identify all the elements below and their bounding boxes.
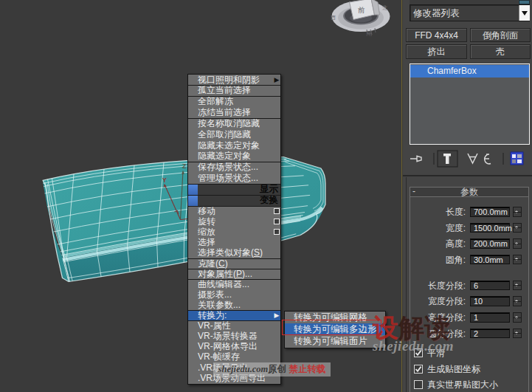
svg-text:Z: Z — [182, 162, 186, 170]
svg-text:西: 西 — [331, 15, 336, 21]
svg-text:Y: Y — [162, 176, 167, 184]
svg-text:北: 北 — [382, 5, 387, 11]
svg-text:前: 前 — [358, 6, 365, 14]
